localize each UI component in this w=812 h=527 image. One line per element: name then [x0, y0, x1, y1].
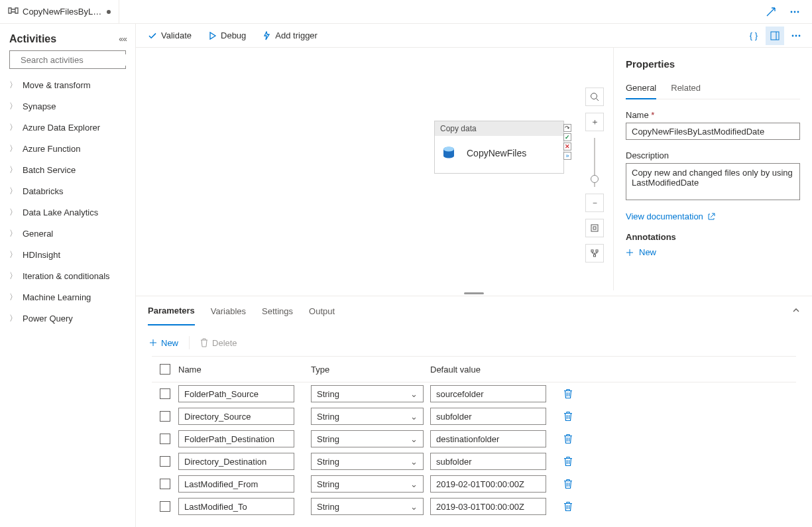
new-parameter-button[interactable]: New — [149, 338, 178, 348]
row-checkbox[interactable] — [160, 411, 170, 422]
sidebar-item[interactable]: 〉Iteration & conditionals — [9, 265, 126, 286]
search-input[interactable] — [19, 54, 133, 66]
activity-node[interactable]: Copy data CopyNewFiles ↷ ✓ ✕ » — [434, 121, 564, 174]
sidebar-item[interactable]: 〉Batch Service — [9, 159, 126, 180]
svg-point-10 — [591, 93, 597, 99]
parameter-name-input[interactable] — [178, 430, 294, 447]
description-label: Description — [626, 150, 800, 160]
sidebar-item[interactable]: 〉Azure Function — [9, 138, 126, 159]
collapse-sidebar-icon[interactable]: « « — [119, 34, 126, 44]
sidebar-item[interactable]: 〉Machine Learning — [9, 286, 126, 308]
svg-rect-15 — [594, 255, 596, 257]
parameter-default-input[interactable] — [430, 408, 546, 425]
parameter-default-input[interactable] — [430, 385, 546, 402]
view-documentation-link[interactable]: View documentation — [626, 211, 715, 221]
sidebar-item-label: Machine Learning — [23, 292, 91, 302]
parameter-type-select[interactable]: String⌄ — [311, 475, 424, 493]
svg-rect-4 — [771, 32, 779, 40]
port-success-icon[interactable]: ✓ — [563, 133, 571, 141]
sidebar-item[interactable]: 〉Synapse — [9, 95, 126, 117]
collapse-details-icon[interactable] — [792, 306, 800, 316]
parameter-default-input[interactable] — [430, 498, 546, 515]
zoom-in-icon[interactable]: ＋ — [585, 113, 604, 131]
delete-row-button[interactable] — [563, 456, 589, 467]
sidebar-item[interactable]: 〉Azure Data Explorer — [9, 117, 126, 138]
parameter-type-select[interactable]: String⌄ — [311, 498, 424, 515]
expand-icon[interactable] — [762, 3, 780, 21]
pipeline-canvas[interactable]: Copy data CopyNewFiles ↷ ✓ ✕ » — [136, 48, 613, 290]
delete-parameter-button[interactable]: Delete — [200, 338, 237, 348]
row-checkbox[interactable] — [160, 456, 170, 467]
properties-tab-related[interactable]: Related — [671, 78, 701, 99]
validate-button[interactable]: Validate — [143, 27, 197, 45]
sidebar-item[interactable]: 〉Power Query — [9, 308, 126, 329]
chevron-right-icon: 〉 — [9, 122, 17, 133]
properties-panel: Properties General Related Name * Descri… — [613, 48, 812, 290]
plus-icon — [149, 339, 157, 347]
annotations-label: Annotations — [626, 232, 800, 242]
parameter-type-select[interactable]: String⌄ — [311, 408, 424, 425]
toolbar-more-icon[interactable] — [787, 27, 805, 45]
new-annotation-button[interactable]: New — [626, 247, 800, 257]
more-icon[interactable] — [785, 3, 804, 21]
parameter-name-input[interactable] — [178, 385, 294, 402]
activities-sidebar: Activities « « 〉Move & transform〉Synapse… — [0, 24, 136, 527]
panel-resize-grip[interactable] — [136, 290, 812, 296]
delete-row-button[interactable] — [563, 434, 589, 444]
sidebar-item-label: Iteration & conditionals — [23, 271, 110, 281]
parameter-type-select[interactable]: String⌄ — [311, 385, 424, 402]
canvas-search-icon[interactable] — [585, 88, 604, 106]
fit-to-screen-icon[interactable] — [585, 219, 604, 237]
zoom-slider[interactable] — [594, 138, 595, 187]
select-all-checkbox[interactable] — [160, 364, 170, 375]
port-failure-icon[interactable]: ✕ — [563, 143, 571, 150]
search-activities[interactable] — [9, 50, 126, 69]
activity-type: Copy data — [435, 121, 563, 136]
port-default-icon[interactable]: ↷ — [563, 124, 571, 132]
parameter-name-input[interactable] — [178, 498, 294, 515]
parameter-name-input[interactable] — [178, 475, 294, 493]
tab-variables[interactable]: Variables — [211, 296, 246, 325]
tab-settings[interactable]: Settings — [262, 296, 293, 325]
sidebar-item[interactable]: 〉Databricks — [9, 180, 126, 202]
delete-row-button[interactable] — [563, 411, 589, 422]
pipeline-name-input[interactable] — [626, 123, 800, 140]
parameter-name-input[interactable] — [178, 453, 294, 470]
sidebar-item[interactable]: 〉General — [9, 223, 126, 244]
port-skip-icon[interactable]: » — [563, 152, 571, 160]
delete-row-button[interactable] — [563, 479, 589, 489]
sidebar-item[interactable]: 〉Data Lake Analytics — [9, 202, 126, 223]
parameter-type-select[interactable]: String⌄ — [311, 453, 424, 470]
tab-parameters[interactable]: Parameters — [148, 296, 195, 325]
properties-tab-general[interactable]: General — [626, 78, 656, 99]
sidebar-item[interactable]: 〉Move & transform — [9, 74, 126, 95]
parameter-row: String⌄ — [152, 428, 796, 450]
zoom-thumb[interactable] — [591, 175, 599, 183]
chevron-down-icon: ⌄ — [410, 412, 418, 422]
row-checkbox[interactable] — [160, 479, 170, 489]
row-checkbox[interactable] — [160, 434, 170, 444]
zoom-out-icon[interactable]: － — [585, 194, 604, 212]
properties-toggle-icon[interactable] — [766, 27, 784, 45]
json-view-icon[interactable]: { } — [744, 27, 763, 45]
sidebar-item-label: General — [23, 229, 53, 239]
debug-button[interactable]: Debug — [202, 27, 251, 45]
row-checkbox[interactable] — [160, 501, 170, 512]
sidebar-item[interactable]: 〉HDInsight — [9, 244, 126, 265]
properties-title: Properties — [626, 58, 800, 70]
pipeline-description-input[interactable] — [626, 163, 800, 200]
delete-row-button[interactable] — [563, 501, 589, 512]
svg-point-6 — [795, 34, 797, 36]
parameter-default-input[interactable] — [430, 453, 546, 470]
tab-output[interactable]: Output — [309, 296, 335, 325]
parameter-default-input[interactable] — [430, 430, 546, 447]
svg-rect-13 — [591, 250, 593, 252]
auto-layout-icon[interactable] — [585, 244, 604, 263]
open-tab[interactable]: CopyNewFilesByLa... — [0, 0, 119, 23]
parameter-default-input[interactable] — [430, 475, 546, 493]
parameter-name-input[interactable] — [178, 408, 294, 425]
parameter-type-select[interactable]: String⌄ — [311, 430, 424, 447]
delete-row-button[interactable] — [563, 388, 589, 399]
row-checkbox[interactable] — [160, 388, 170, 399]
add-trigger-button[interactable]: Add trigger — [257, 27, 323, 45]
